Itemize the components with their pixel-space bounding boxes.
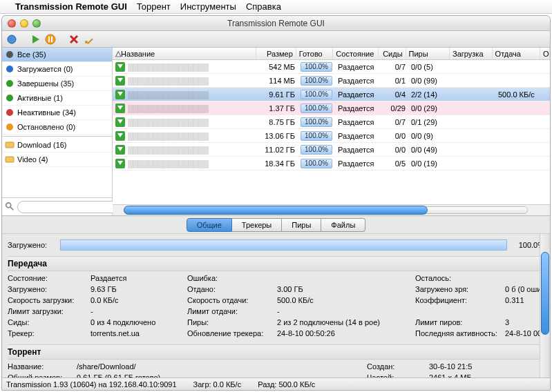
col-state[interactable]: Состояние (333, 48, 378, 59)
details-panel: Загружено: 100.0% Передача Состояние:Раз… (2, 234, 550, 378)
col-size[interactable]: Размер (256, 48, 296, 59)
svg-point-0 (8, 35, 16, 43)
start-icon[interactable] (30, 34, 41, 45)
table-row[interactable]: ▒▒▒▒▒▒▒▒▒▒▒▒▒▒▒▒18.34 ГБ100.0%Раздается0… (113, 157, 550, 170)
svg-point-14 (6, 124, 13, 130)
downloaded-label: Загружено: (8, 241, 56, 249)
filter-item[interactable]: Завершены (35) (2, 77, 112, 91)
statusbar: Transmission 1.93 (10604) на 192.168.40.… (2, 378, 550, 390)
table-row[interactable]: ▒▒▒▒▒▒▒▒▒▒▒▒▒▒▒▒13.06 ГБ100.0%Раздается0… (113, 129, 550, 143)
col-peers[interactable]: Пиры (406, 48, 450, 59)
search-input[interactable] (17, 201, 122, 213)
col-rest[interactable]: О (540, 48, 550, 59)
filter-item[interactable]: Остановлено (0) (2, 120, 112, 135)
status-connection: Transmission 1.93 (10604) на 192.168.40.… (6, 380, 177, 389)
toolbar (2, 31, 550, 48)
svg-rect-15 (6, 142, 14, 148)
seed-icon (115, 90, 125, 99)
menu-torrent[interactable]: Торрент (137, 1, 171, 12)
connect-icon[interactable] (6, 34, 17, 45)
sidebar: Все (35)Загружается (0)Завершены (35)Акт… (2, 48, 113, 215)
main-window: Transmission Remote GUI Все (35)Загружае… (1, 15, 551, 391)
seed-icon (115, 131, 125, 141)
h-scrollbar[interactable] (113, 204, 550, 215)
svg-marker-1 (32, 35, 39, 43)
tab-2[interactable]: Пиры (282, 218, 321, 232)
col-seeds[interactable]: Сиды (379, 48, 406, 59)
seed-icon (115, 76, 125, 86)
seed-icon (115, 62, 125, 72)
table-row[interactable]: ▒▒▒▒▒▒▒▒▒▒▒▒▒▒▒▒114 МБ100.0%Раздается0/1… (113, 74, 550, 88)
svg-point-9 (6, 51, 13, 58)
col-name[interactable]: △ Название (113, 48, 256, 59)
svg-point-11 (6, 80, 13, 87)
detail-tabs: ОбщиеТрекерыПирыФайлы (2, 216, 550, 234)
table-row[interactable]: ▒▒▒▒▒▒▒▒▒▒▒▒▒▒▒▒9.61 ГБ100.0%Раздается0/… (113, 88, 550, 101)
status-up: Разд: 500.0 КБ/с (258, 380, 315, 389)
window-title: Transmission Remote GUI (2, 19, 550, 28)
col-up[interactable]: Отдача (493, 48, 540, 59)
svg-rect-3 (48, 37, 50, 42)
folder-item[interactable]: Download (16) (2, 138, 112, 153)
folder-item[interactable]: Video (4) (2, 153, 112, 167)
v-scrollbar[interactable] (540, 234, 550, 378)
downloaded-bar (60, 239, 507, 251)
tab-0[interactable]: Общие (187, 218, 232, 232)
svg-point-8 (85, 41, 88, 43)
table-row[interactable]: ▒▒▒▒▒▒▒▒▒▒▒▒▒▒▒▒8.75 ГБ100.0%Раздается0/… (113, 115, 550, 129)
menu-help[interactable]: Справка (246, 1, 281, 12)
svg-point-10 (6, 66, 13, 72)
seed-icon (115, 145, 125, 155)
status-down: Загр: 0.0 КБ/с (193, 380, 242, 389)
filter-item[interactable]: Загружается (0) (2, 62, 112, 77)
filter-item[interactable]: Активные (1) (2, 91, 112, 106)
seed-icon (115, 117, 125, 127)
svg-rect-7 (87, 38, 93, 43)
svg-line-18 (10, 206, 13, 209)
svg-point-12 (6, 95, 13, 101)
tab-1[interactable]: Трекеры (232, 218, 282, 232)
filter-item[interactable]: Неактивные (34) (2, 106, 112, 120)
tab-3[interactable]: Файлы (321, 218, 365, 232)
col-ready[interactable]: Готово (296, 48, 334, 59)
titlebar[interactable]: Transmission Remote GUI (2, 16, 550, 31)
svg-rect-16 (6, 157, 14, 162)
filter-item[interactable]: Все (35) (2, 48, 112, 62)
app-menu[interactable]: Transmission Remote GUI (15, 1, 127, 12)
transfer-header: Передача (8, 256, 544, 271)
torrent-header: Торрент (8, 344, 544, 360)
col-down[interactable]: Загрузка (450, 48, 493, 59)
remove-icon[interactable] (68, 34, 79, 45)
torrent-table: △ Название Размер Готово Состояние Сиды … (113, 48, 550, 215)
system-menubar: Transmission Remote GUI Торрент Инструме… (0, 0, 552, 14)
settings-icon[interactable] (84, 34, 95, 45)
table-row[interactable]: ▒▒▒▒▒▒▒▒▒▒▒▒▒▒▒▒542 МБ100.0%Раздается0/7… (113, 60, 550, 74)
svg-rect-4 (51, 37, 53, 42)
search-icon (5, 202, 15, 213)
seed-icon (115, 159, 125, 168)
table-row[interactable]: ▒▒▒▒▒▒▒▒▒▒▒▒▒▒▒▒11.02 ГБ100.0%Раздается0… (113, 143, 550, 157)
svg-point-17 (6, 202, 11, 207)
pause-icon[interactable] (45, 34, 56, 45)
svg-point-13 (6, 109, 13, 116)
menu-tools[interactable]: Инструменты (180, 1, 236, 12)
table-row[interactable]: ▒▒▒▒▒▒▒▒▒▒▒▒▒▒▒▒1.37 ГБ100.0%Раздается0/… (113, 101, 550, 115)
seed-icon (115, 104, 125, 113)
svg-point-2 (46, 35, 55, 44)
